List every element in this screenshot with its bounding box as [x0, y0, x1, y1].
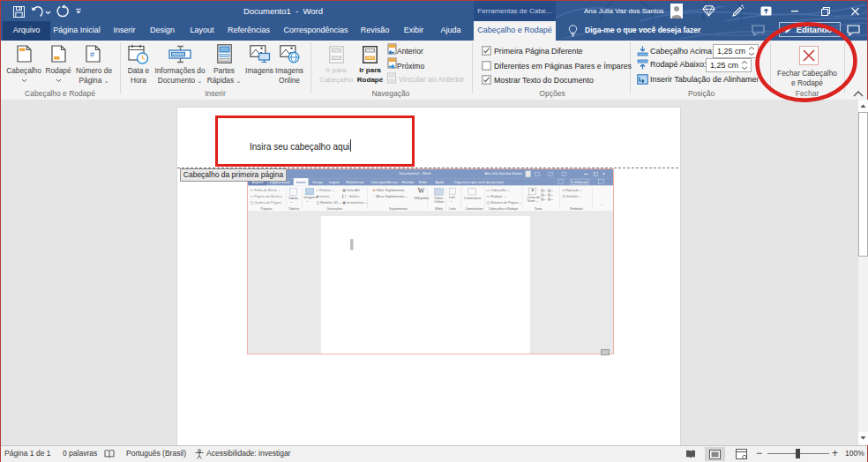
svg-text:#: # — [90, 50, 94, 59]
